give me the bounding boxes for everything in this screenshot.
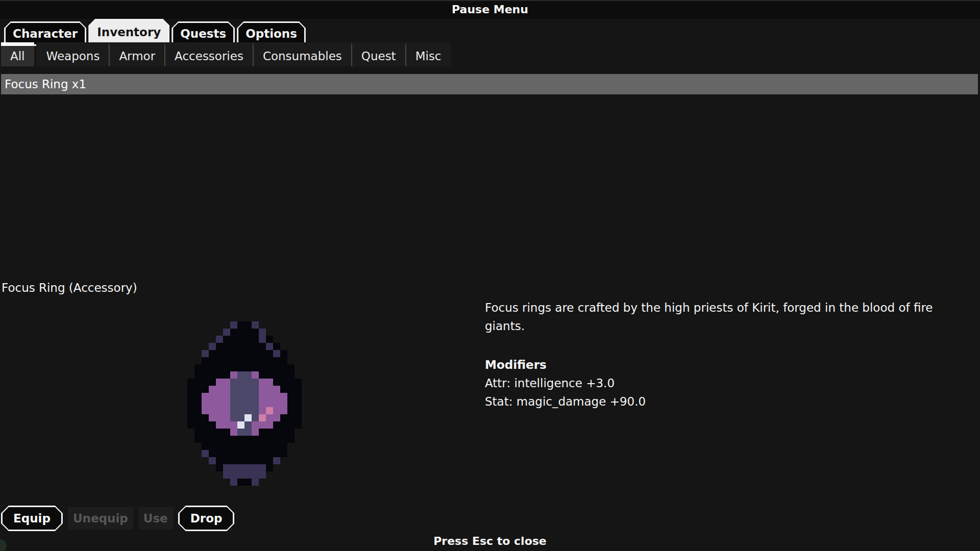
subtab-armor[interactable]: Armor <box>109 42 164 66</box>
inventory-item[interactable]: Focus Ring x1 <box>1 74 978 94</box>
pause-menu-title: Pause Menu <box>0 1 980 18</box>
modifiers-heading: Modifiers <box>485 356 954 374</box>
item-name: Focus Ring (Accessory) <box>2 281 137 294</box>
item-image-pixel-eye <box>187 321 302 486</box>
equip-button[interactable]: Equip <box>1 506 63 531</box>
item-action-bar: EquipUnequipUseDrop <box>1 505 234 532</box>
tab-label: Quests <box>173 23 233 44</box>
top-band: Pause Menu <box>0 0 980 19</box>
item-description: Focus rings are crafted by the high prie… <box>485 298 954 335</box>
subtab-misc[interactable]: Misc <box>405 42 451 66</box>
esc-hint: Press Esc to close <box>0 535 980 547</box>
subtab-consumables[interactable]: Consumables <box>253 42 351 66</box>
tab-label: Options <box>238 23 304 44</box>
tab-label: Inventory <box>90 20 168 44</box>
modifier-line: Stat: magic_damage +90.0 <box>485 392 954 411</box>
use-button: Use <box>138 507 173 530</box>
drop-button[interactable]: Drop <box>178 506 235 531</box>
button-label: Drop <box>180 507 233 530</box>
modifier-line: Attr: intelligence +3.0 <box>485 374 954 392</box>
subtab-weapons[interactable]: Weapons <box>36 42 109 66</box>
item-description-block: Focus rings are crafted by the high prie… <box>485 298 954 411</box>
tab-label: Character <box>6 23 85 44</box>
button-label: Equip <box>3 507 61 530</box>
pause-menu-screen: Pause Menu CharacterInventoryQuestsOptio… <box>0 0 980 551</box>
modifier-list: Attr: intelligence +3.0Stat: magic_damag… <box>485 374 954 411</box>
subtab-quest[interactable]: Quest <box>351 42 405 66</box>
subtab-accessories[interactable]: Accessories <box>164 42 253 66</box>
inventory-list: Focus Ring x1 <box>1 74 978 95</box>
subtab-all[interactable]: All <box>1 42 34 66</box>
unequip-button: Unequip <box>68 507 133 530</box>
category-tab-bar: AllWeaponsArmorAccessoriesConsumablesQue… <box>1 42 451 66</box>
